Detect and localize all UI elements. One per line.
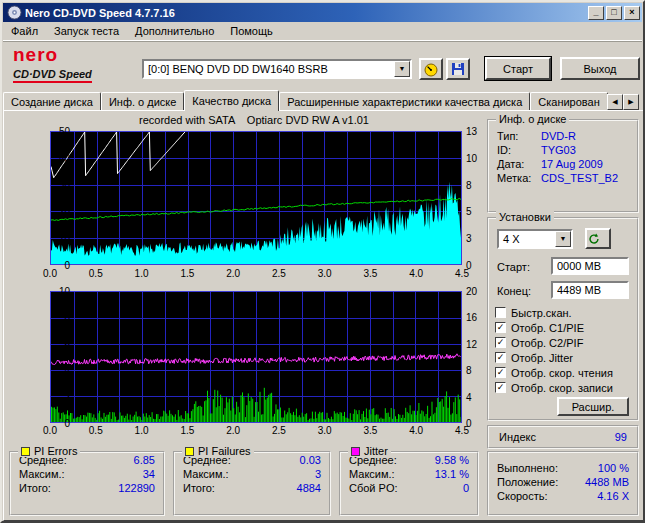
minimize-button[interactable]: _ xyxy=(588,6,604,20)
axis-tick: 1.0 xyxy=(130,425,154,436)
stat-row: Скорость:4.16 X xyxy=(489,489,637,503)
axis-tick: 0.5 xyxy=(84,268,108,279)
speed-select-value: 4 X xyxy=(499,231,555,247)
stat-label: Максим.: xyxy=(183,468,229,480)
axis-tick: 30 xyxy=(46,180,72,191)
axis-tick: 4.5 xyxy=(450,425,474,436)
checkbox-5[interactable]: ✓Отобр. скор. записи xyxy=(495,380,633,395)
index-label: Индекс xyxy=(499,431,536,443)
stats-group-title-text: PI Failures xyxy=(198,445,251,457)
series-color-icon xyxy=(21,447,30,456)
menu-item-1[interactable]: Запуск теста xyxy=(46,23,127,39)
logo-brand: nero xyxy=(13,46,135,64)
axis-tick: 12 xyxy=(464,339,488,350)
end-position-label: Конец: xyxy=(497,285,531,297)
tab-1[interactable]: Инф. о диске xyxy=(101,92,184,111)
checkbox-icon: ✓ xyxy=(495,337,506,348)
stat-row: Максим.:3 xyxy=(175,467,329,481)
app-window: Nero CD-DVD Speed 4.7.7.16 _ □ × ФайлЗап… xyxy=(0,0,645,523)
checkbox-label: Отобр. C1/PIE xyxy=(511,322,584,334)
stats-group-title-text: PI Errors xyxy=(34,445,77,457)
maximize-button[interactable]: □ xyxy=(606,6,622,20)
axis-tick: 2.0 xyxy=(221,268,245,279)
stats-group-3: Выполнено:100 %Положение:4488 MBСкорость… xyxy=(487,451,639,516)
stat-value: 3 xyxy=(315,468,321,480)
axis-tick: 20 xyxy=(46,206,72,217)
chart-header: recorded with SATA Optiarc DVD RW A v1.0… xyxy=(48,114,460,126)
speed-select[interactable]: 4 X ▼ xyxy=(497,229,573,249)
tab-0[interactable]: Создание диска xyxy=(3,92,101,111)
chart1-left-axis: 50403020100 xyxy=(20,131,46,265)
pi-errors-chart xyxy=(50,131,462,265)
stat-label: Выполнено: xyxy=(497,462,558,474)
menu-item-2[interactable]: Дополнительно xyxy=(127,23,222,39)
checkbox-label: Отобр. Jitter xyxy=(511,352,573,364)
chart1-x-axis: 0.00.51.01.52.02.53.03.54.04.5 xyxy=(50,268,462,280)
menu-item-0[interactable]: Файл xyxy=(3,23,46,39)
tab-2[interactable]: Качество диска xyxy=(184,90,279,111)
drive-select-value: [0:0] BENQ DVD DD DW1640 BSRB xyxy=(144,61,394,77)
disc-info-row-label: Дата: xyxy=(497,158,541,170)
tab-scroll-left-icon[interactable]: ◀ xyxy=(607,94,623,110)
stat-row: Максим.:34 xyxy=(11,467,163,481)
stat-value: 4884 xyxy=(297,482,321,494)
stats-group-title: PI Failures xyxy=(182,445,254,457)
checkbox-icon: ✓ xyxy=(495,367,506,378)
dropdown-arrow-icon[interactable]: ▼ xyxy=(394,61,410,77)
gauge-button[interactable] xyxy=(419,58,443,80)
stat-row: Максим.:13.1 % xyxy=(341,467,477,481)
start-position-input[interactable] xyxy=(551,257,629,275)
disc-info-row-value: 17 Aug 2009 xyxy=(541,158,603,170)
disc-info-row-value: DVD-R xyxy=(541,130,576,142)
settings-group: Установки 4 X ▼ Старт: Конец: Быстр.скан… xyxy=(487,217,639,421)
stat-label: Максим.: xyxy=(19,468,65,480)
refresh-button[interactable] xyxy=(585,228,611,249)
checkbox-3[interactable]: ✓Отобр. Jitter xyxy=(495,350,633,365)
stat-row: Итого:122890 xyxy=(11,481,163,495)
start-button[interactable]: Старт xyxy=(485,57,551,80)
exit-button[interactable]: Выход xyxy=(560,57,640,80)
advanced-button[interactable]: Расшир. xyxy=(557,397,629,416)
disc-info-group: Инф. о диске Тип:DVD-RID:TYG03Дата:17 Au… xyxy=(487,119,639,213)
axis-tick: 2.5 xyxy=(267,425,291,436)
axis-tick: 0.0 xyxy=(38,425,62,436)
stat-label: Сбой PO: xyxy=(349,482,398,494)
disc-info-row: ID:TYG03 xyxy=(489,143,637,157)
axis-tick: 8 xyxy=(464,365,488,376)
stat-value: 100 % xyxy=(598,462,629,474)
end-position-input[interactable] xyxy=(551,281,629,299)
stat-value: 122890 xyxy=(118,482,155,494)
checkbox-0[interactable]: Быстр.скан. xyxy=(495,305,633,320)
title-bar[interactable]: Nero CD-DVD Speed 4.7.7.16 _ □ × xyxy=(3,3,642,22)
checkbox-4[interactable]: ✓Отобр. скор. чтения xyxy=(495,365,633,380)
nero-logo: nero CD·DVD Speed xyxy=(13,46,135,83)
save-button[interactable] xyxy=(446,58,470,80)
checkbox-label: Быстр.скан. xyxy=(511,307,572,319)
axis-tick: 1.5 xyxy=(175,425,199,436)
toolbar: nero CD·DVD Speed [0:0] BENQ DVD DD DW16… xyxy=(3,41,642,88)
checkbox-label: Отобр. скор. чтения xyxy=(511,367,613,379)
axis-tick: 13 xyxy=(464,126,488,137)
axis-tick: 2 xyxy=(46,392,72,403)
disc-info-row: Тип:DVD-R xyxy=(489,129,637,143)
logo-product: CD·DVD Speed xyxy=(13,68,92,83)
stat-label: Максим.: xyxy=(349,468,395,480)
disc-info-rows: Тип:DVD-RID:TYG03Дата:17 Aug 2009Метка:C… xyxy=(489,121,637,185)
tab-scroll-right-icon[interactable]: ▶ xyxy=(623,94,639,110)
stat-value: 6.85 xyxy=(134,454,155,466)
stat-label: Итого: xyxy=(19,482,51,494)
tab-4[interactable]: Сканирован xyxy=(530,92,607,111)
axis-tick: 4.5 xyxy=(450,268,474,279)
checkbox-icon: ✓ xyxy=(495,352,506,363)
stats-group-title: Jitter xyxy=(348,445,391,457)
stat-row: Итого:4884 xyxy=(175,481,329,495)
drive-select[interactable]: [0:0] BENQ DVD DD DW1640 BSRB ▼ xyxy=(142,59,412,79)
close-button[interactable]: × xyxy=(624,6,640,20)
axis-tick: 10 xyxy=(46,233,72,244)
checkbox-1[interactable]: ✓Отобр. C1/PIE xyxy=(495,320,633,335)
menu-item-3[interactable]: Помощь xyxy=(222,23,281,39)
checkbox-2[interactable]: ✓Отобр. C2/PIF xyxy=(495,335,633,350)
dropdown-arrow-icon[interactable]: ▼ xyxy=(555,231,571,247)
tab-3[interactable]: Расширенные характеристики качества диск… xyxy=(279,92,530,111)
axis-tick: 20 xyxy=(464,286,488,297)
